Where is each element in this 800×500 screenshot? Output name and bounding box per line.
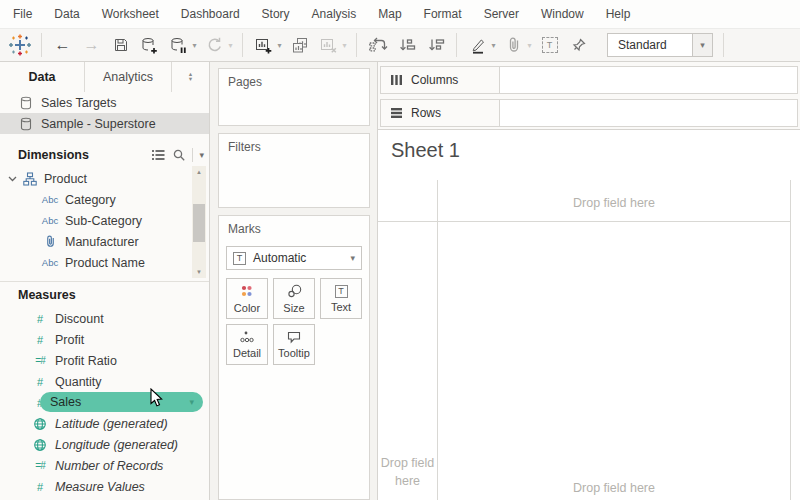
menu-story[interactable]: Story — [251, 0, 301, 28]
drop-zone-rows[interactable]: Drop field here — [378, 454, 437, 490]
menu-window[interactable]: Window — [530, 0, 595, 28]
data-source-sample-superstore[interactable]: Sample - Superstore — [0, 113, 209, 134]
abc-icon: Abc — [38, 194, 62, 205]
scroll-down-icon[interactable]: ▼ — [192, 266, 206, 278]
pages-shelf[interactable]: Pages — [218, 68, 370, 126]
size-button[interactable]: Size — [273, 278, 315, 319]
group-members-button[interactable] — [502, 32, 525, 58]
dimensions-menu-caret-icon[interactable]: ▾ — [199, 150, 204, 160]
tableau-logo-icon[interactable] — [8, 32, 32, 58]
data-source-sales-targets[interactable]: Sales Targets — [0, 92, 209, 113]
duplicate-sheet-icon — [290, 36, 309, 55]
paperclip-icon — [507, 36, 521, 54]
expand-chevron-icon[interactable] — [8, 176, 19, 182]
fix-axes-button[interactable] — [567, 32, 590, 58]
menu-data[interactable]: Data — [43, 0, 90, 28]
menu-server[interactable]: Server — [473, 0, 530, 28]
field-sub-category[interactable]: Abc Sub-Category — [0, 210, 209, 231]
view-as-list-icon[interactable] — [151, 149, 166, 161]
pane-sort-toggle[interactable]: ▲ ▼ — [171, 62, 209, 92]
new-worksheet-button[interactable] — [252, 32, 275, 58]
clear-sheet-caret-icon[interactable]: ▾ — [340, 41, 349, 50]
field-profit[interactable]: # Profit — [0, 329, 209, 350]
field-product-name[interactable]: Abc Product Name — [0, 252, 209, 273]
menu-map[interactable]: Map — [367, 0, 412, 28]
redo-button[interactable]: → — [80, 32, 103, 58]
sort-ascending-button[interactable] — [395, 32, 418, 58]
field-number-of-records[interactable]: =# Number of Records — [0, 455, 209, 476]
fit-dropdown[interactable]: Standard ▾ — [607, 33, 713, 57]
field-manufacturer[interactable]: Manufacturer — [0, 231, 209, 252]
filters-shelf[interactable]: Filters — [218, 133, 370, 208]
scrollbar-thumb[interactable] — [193, 204, 205, 242]
redo-icon: → — [84, 37, 100, 53]
text-label: Text — [331, 301, 351, 313]
field-profit-ratio[interactable]: =# Profit Ratio — [0, 350, 209, 371]
menu-format[interactable]: Format — [413, 0, 473, 28]
drop-zone-columns[interactable]: Drop field here — [438, 186, 790, 220]
pause-updates-caret-icon[interactable]: ▾ — [190, 41, 199, 50]
drop-zone-main[interactable]: Drop field here — [438, 222, 790, 500]
text-button[interactable]: T Text — [320, 278, 362, 319]
columns-drop-area[interactable] — [500, 66, 798, 94]
columns-text: Columns — [411, 73, 458, 87]
tab-analytics[interactable]: Analytics — [84, 62, 171, 92]
tooltip-icon — [286, 330, 302, 344]
sort-descending-button[interactable] — [424, 32, 447, 58]
field-measure-values[interactable]: # Measure Values — [0, 476, 209, 497]
columns-shelf[interactable]: Columns — [380, 66, 798, 94]
database-icon — [20, 117, 32, 131]
text-icon: T — [335, 285, 348, 298]
refresh-caret-icon[interactable]: ▾ — [226, 41, 235, 50]
scroll-up-icon[interactable]: ▲ — [192, 166, 206, 178]
color-icon — [239, 284, 255, 299]
mark-type-dropdown[interactable]: T Automatic ▾ — [226, 246, 362, 270]
search-icon[interactable] — [172, 148, 186, 162]
save-button[interactable] — [109, 32, 132, 58]
number-icon: # — [28, 376, 52, 388]
rows-shelf[interactable]: Rows — [380, 99, 798, 127]
menu-file[interactable]: File — [2, 0, 43, 28]
toolbar-separator — [356, 33, 357, 57]
swap-rows-columns-button[interactable] — [366, 32, 389, 58]
new-worksheet-caret-icon[interactable]: ▾ — [275, 41, 284, 50]
field-longitude-generated[interactable]: Longitude (generated) — [0, 434, 209, 455]
rows-drop-area[interactable] — [500, 99, 798, 127]
fit-dropdown-caret-icon[interactable]: ▾ — [692, 34, 712, 56]
view-canvas: Sheet 1 Drop field here Drop field here … — [378, 130, 800, 500]
undo-button[interactable]: ← — [51, 32, 74, 58]
tooltip-button[interactable]: Tooltip — [273, 324, 315, 365]
new-data-source-button[interactable] — [138, 32, 161, 58]
refresh-data-button[interactable] — [203, 32, 226, 58]
tab-data[interactable]: Data — [0, 62, 84, 92]
field-quantity[interactable]: # Quantity — [0, 371, 209, 392]
mark-type-caret-icon[interactable]: ▾ — [350, 253, 355, 263]
menu-dashboard[interactable]: Dashboard — [170, 0, 251, 28]
sheet-title[interactable]: Sheet 1 — [391, 139, 460, 162]
menu-analysis[interactable]: Analysis — [301, 0, 368, 28]
pause-data-updates-button[interactable] — [167, 32, 190, 58]
clear-sheet-button[interactable] — [317, 32, 340, 58]
measures-title: Measures — [18, 288, 76, 302]
field-latitude-generated[interactable]: Latitude (generated) — [0, 413, 209, 434]
dimensions-scrollbar[interactable]: ▲ ▼ — [192, 166, 206, 278]
rows-icon — [390, 107, 403, 119]
field-sales-pill[interactable]: Sales ▾ — [40, 392, 203, 412]
mark-labels-icon: T — [542, 37, 558, 53]
show-mark-labels-button[interactable]: T — [538, 32, 561, 58]
color-button[interactable]: Color — [226, 278, 268, 319]
field-discount[interactable]: # Discount — [0, 308, 209, 329]
detail-button[interactable]: Detail — [226, 324, 268, 365]
menu-help[interactable]: Help — [595, 0, 642, 28]
pill-caret-icon[interactable]: ▾ — [189, 397, 194, 407]
group-caret-icon[interactable]: ▾ — [525, 41, 534, 50]
menu-worksheet[interactable]: Worksheet — [91, 0, 170, 28]
field-category[interactable]: Abc Category — [0, 189, 209, 210]
field-sales[interactable]: # Sales ▾ — [0, 392, 209, 413]
pause-data-updates-icon — [169, 36, 188, 55]
duplicate-sheet-button[interactable] — [288, 32, 311, 58]
highlight-caret-icon[interactable]: ▾ — [489, 41, 498, 50]
field-product[interactable]: Product — [0, 168, 209, 189]
color-label: Color — [234, 302, 260, 314]
highlight-button[interactable] — [466, 32, 489, 58]
